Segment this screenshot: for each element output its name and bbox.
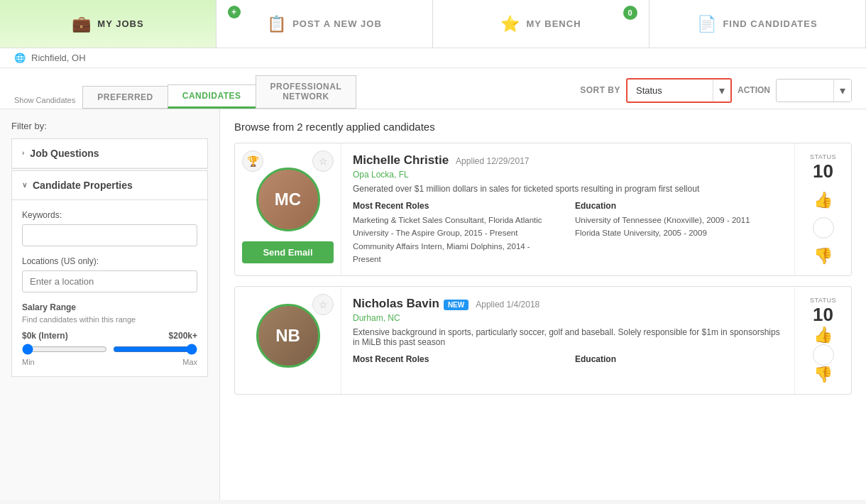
salary-range-label: Salary Range	[22, 302, 197, 312]
sort-select-wrapper: Status Name Date Applied Location ▾	[626, 78, 732, 103]
candidate-properties-header[interactable]: ∨ Candidate Properties	[12, 171, 207, 200]
slider-min-label: Min	[22, 358, 35, 366]
card-left-nicholas: ☆ NB	[235, 287, 341, 394]
education-title-nicholas: Education	[575, 354, 783, 364]
applied-date-michelle: Applied 12/29/2017	[456, 156, 529, 166]
tabs-row: Show Candidates PREFERRED CANDIDATES PRO…	[0, 68, 866, 109]
trophy-icon: 🏆	[242, 150, 263, 172]
neutral-nicholas[interactable]	[813, 344, 834, 366]
education-col-michelle: Education University of Tennessee (Knoxv…	[575, 201, 783, 266]
applied-date-nicholas: Applied 1/4/2018	[476, 300, 539, 309]
nav-my-jobs-label: MY JOBS	[97, 18, 143, 29]
card-right-nicholas: STATUS 10 👍 👎	[794, 287, 851, 394]
clipboard-icon: 📋	[267, 15, 287, 33]
nav-find-candidates-label: FIND CANDIDATES	[723, 18, 817, 29]
education-title-michelle: Education	[575, 201, 783, 211]
thumbs-down-nicholas[interactable]: 👎	[813, 366, 833, 384]
card-left-michelle: 🏆 ☆ MC Send Email	[235, 143, 341, 276]
thumbs-up-michelle[interactable]: 👍	[813, 191, 833, 209]
action-chevron-icon: ▾	[833, 80, 851, 102]
details-michelle: Most Recent Roles Marketing & Ticket Sal…	[353, 201, 783, 266]
location-bar: 🌐 Richfield, OH	[0, 48, 866, 68]
location-input[interactable]	[22, 270, 197, 292]
sort-by-label: SORT BY	[580, 85, 620, 95]
summary-michelle: Generated over $1 million dollars in sal…	[353, 184, 783, 194]
main-content: Filter by: › Job Questions ∨ Candidate P…	[0, 109, 866, 500]
candidate-properties-label: Candidate Properties	[33, 180, 133, 191]
post-job-badge: +	[228, 6, 241, 18]
job-questions-section: › Job Questions	[11, 138, 208, 169]
thumbs-down-michelle[interactable]: 👎	[813, 247, 833, 265]
salary-range-sub: Find candidates within this range	[22, 315, 197, 324]
thumbs-up-nicholas[interactable]: 👍	[813, 326, 833, 344]
card-body-nicholas: Nicholas Bavin NEW Applied 1/4/2018 Durh…	[341, 287, 794, 394]
candidate-properties-body: Keywords: Locations (US only): Salary Ra…	[12, 200, 207, 376]
locations-label: Locations (US only):	[22, 256, 197, 266]
roles-title-michelle: Most Recent Roles	[353, 201, 561, 211]
salary-max-value: $200k+	[169, 331, 197, 341]
tab-professional-network[interactable]: PROFESSIONAL NETWORK	[256, 75, 357, 109]
status-number-nicholas: 10	[810, 304, 836, 326]
chevron-right-icon: ›	[22, 149, 24, 157]
status-number-michelle: 10	[810, 160, 836, 182]
nav-find-candidates[interactable]: 📄 FIND CANDIDATES	[650, 0, 866, 48]
roles-text-michelle: Marketing & Ticket Sales Consultant, Flo…	[353, 214, 561, 266]
nav-my-bench[interactable]: ⭐ MY BENCH 0	[433, 0, 650, 48]
location-text: Richfield, OH	[31, 53, 86, 63]
candidate-name-nicholas: Nicholas Bavin	[353, 297, 439, 311]
table-row: 🏆 ☆ MC Send Email Michelle Christie Appl…	[234, 143, 852, 277]
show-candidates-label: Show Candidates	[14, 96, 75, 104]
neutral-michelle[interactable]	[813, 217, 834, 239]
sort-select[interactable]: Status Name Date Applied Location	[627, 81, 713, 100]
keywords-label: Keywords:	[22, 210, 197, 220]
status-label-nicholas: STATUS	[810, 297, 836, 304]
status-label-michelle: STATUS	[810, 153, 836, 160]
job-questions-label: Job Questions	[30, 148, 99, 159]
star-button-michelle[interactable]: ☆	[312, 150, 334, 172]
action-select-wrapper: Contact Archive Favorite ▾	[776, 79, 852, 102]
education-text-michelle: University of Tennessee (Knoxville), 200…	[575, 214, 783, 240]
action-label: ACTION	[738, 85, 770, 95]
keywords-input[interactable]	[22, 224, 197, 246]
job-questions-header[interactable]: › Job Questions	[12, 139, 207, 168]
salary-max-slider[interactable]	[113, 344, 198, 355]
globe-icon: 🌐	[14, 53, 26, 63]
education-col-nicholas: Education	[575, 354, 783, 367]
nav-my-bench-label: MY BENCH	[526, 18, 581, 29]
card-body-michelle: Michelle Christie Applied 12/29/2017 Opa…	[341, 143, 794, 276]
table-row: ☆ NB Nicholas Bavin NEW Applied 1/4/2018…	[234, 286, 852, 395]
summary-nicholas: Extensive background in sports, particul…	[353, 327, 783, 347]
chevron-down-icon: ∨	[22, 181, 27, 189]
salary-min-value: $0k (Intern)	[22, 331, 68, 341]
salary-min-slider[interactable]	[22, 344, 107, 355]
nav-post-job-label: POST A NEW JOB	[292, 18, 382, 29]
sort-section: SORT BY Status Name Date Applied Locatio…	[580, 78, 852, 103]
location-nicholas: Durham, NC	[353, 313, 783, 323]
details-nicholas: Most Recent Roles Education	[353, 354, 783, 367]
action-select[interactable]: Contact Archive Favorite	[777, 81, 833, 100]
roles-title-nicholas: Most Recent Roles	[353, 354, 561, 364]
candidate-name-michelle: Michelle Christie	[353, 153, 449, 168]
status-nicholas: STATUS 10	[810, 297, 836, 326]
new-badge-nicholas: NEW	[444, 300, 468, 310]
send-email-button-michelle[interactable]: Send Email	[242, 241, 334, 263]
sidebar: Filter by: › Job Questions ∨ Candidate P…	[0, 109, 220, 500]
tab-preferred[interactable]: PREFERRED	[82, 86, 168, 109]
card-right-michelle: STATUS 10 👍 👎	[794, 143, 851, 276]
briefcase-icon: 💼	[72, 15, 92, 33]
filter-by-label: Filter by:	[11, 121, 208, 131]
status-michelle: STATUS 10	[810, 153, 836, 182]
top-nav: 💼 MY JOBS + 📋 POST A NEW JOB ⭐ MY BENCH …	[0, 0, 866, 48]
nav-my-jobs[interactable]: 💼 MY JOBS	[0, 0, 217, 48]
tab-candidates[interactable]: CANDIDATES	[168, 84, 256, 109]
star-nav-icon: ⭐	[500, 15, 520, 33]
candidate-properties-section: ∨ Candidate Properties Keywords: Locatio…	[11, 170, 208, 377]
my-bench-badge: 0	[623, 6, 637, 20]
nav-post-job[interactable]: + 📋 POST A NEW JOB	[217, 0, 433, 48]
star-button-nicholas[interactable]: ☆	[312, 294, 334, 315]
location-michelle: Opa Locka, FL	[353, 170, 783, 180]
candidates-list: Browse from 2 recently applied candidate…	[220, 109, 866, 500]
browse-title: Browse from 2 recently applied candidate…	[234, 121, 852, 133]
roles-col-nicholas: Most Recent Roles	[353, 354, 561, 367]
avatar-michelle: MC	[256, 168, 320, 231]
